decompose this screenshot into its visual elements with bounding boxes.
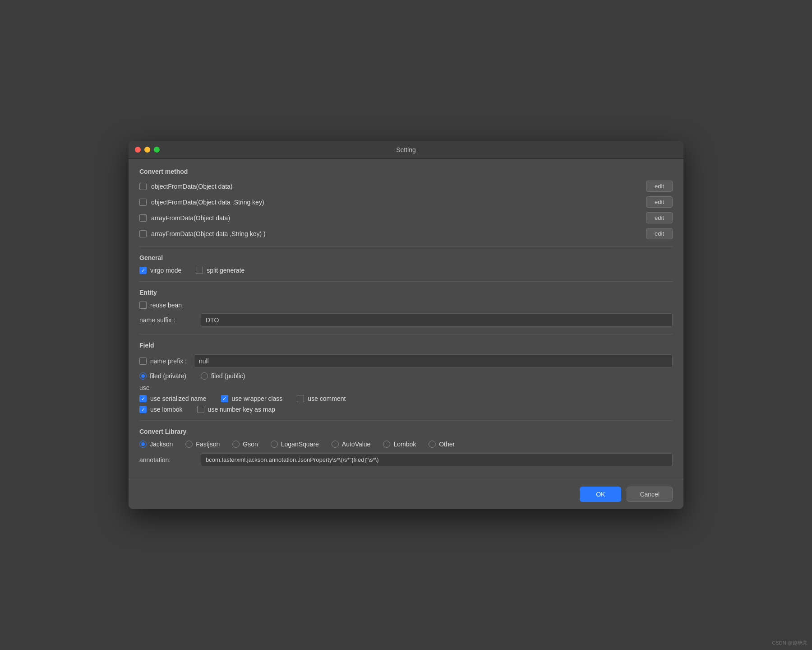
name-prefix-checkbox-label[interactable]: name prefix : (139, 358, 187, 365)
use-checkboxes-row2: use lombok use number key as map (139, 406, 673, 413)
virgo-mode-text: virgo mode (150, 267, 181, 274)
library-lombok-radio[interactable] (383, 441, 390, 448)
name-suffix-input[interactable] (201, 313, 673, 327)
filed-public-text: filed (public) (211, 372, 245, 380)
library-logansquare-label[interactable]: LoganSquare (271, 441, 319, 448)
library-jackson-radio[interactable] (139, 441, 147, 448)
library-autovalue-label[interactable]: AutoValue (332, 441, 371, 448)
method-row-3: arrayFromData(Object data ,String key) )… (139, 228, 673, 239)
traffic-lights (135, 147, 160, 153)
use-serialized-name-text: use serialized name (150, 395, 207, 402)
use-number-key-as-map-label[interactable]: use number key as map (197, 406, 275, 413)
name-prefix-label: name prefix : (150, 358, 187, 365)
minimize-button[interactable] (144, 147, 150, 153)
method-edit-btn-1[interactable]: edit (646, 196, 673, 208)
filed-public-radio[interactable] (201, 372, 208, 380)
annotation-input[interactable] (201, 453, 673, 466)
filed-private-label[interactable]: filed (private) (139, 372, 186, 380)
reuse-bean-label[interactable]: reuse bean (139, 302, 182, 309)
filed-private-text: filed (private) (150, 372, 186, 380)
use-label: use (139, 384, 673, 391)
field-type-row: filed (private) filed (public) (139, 372, 673, 380)
use-number-key-as-map-checkbox[interactable] (197, 406, 204, 413)
general-checkbox-row: virgo mode split generate (139, 267, 673, 274)
reuse-bean-text: reuse bean (150, 302, 182, 309)
split-generate-checkbox[interactable] (196, 267, 203, 274)
method-label-2: arrayFromData(Object data) (151, 214, 230, 222)
name-prefix-row: name prefix : (139, 354, 673, 368)
title-bar: Setting (129, 141, 683, 159)
ok-button[interactable]: OK (580, 487, 621, 502)
name-prefix-input[interactable] (194, 354, 673, 368)
divider-4 (139, 420, 673, 421)
method-checkbox-3[interactable] (139, 230, 147, 237)
cancel-button[interactable]: Cancel (627, 487, 673, 502)
filed-public-label[interactable]: filed (public) (201, 372, 245, 380)
method-label-1: objectFromData(Object data ,String key) (151, 199, 264, 206)
method-checkbox-2[interactable] (139, 214, 147, 222)
library-lombok-label[interactable]: Lombok (383, 441, 416, 448)
content-area: Convert method objectFromData(Object dat… (129, 159, 683, 475)
use-lombok-label[interactable]: use lombok (139, 406, 183, 413)
library-gson-radio[interactable] (232, 441, 240, 448)
close-button[interactable] (135, 147, 141, 153)
use-serialized-name-checkbox[interactable] (139, 395, 147, 402)
method-edit-btn-3[interactable]: edit (646, 228, 673, 239)
use-wrapper-class-text: use wrapper class (232, 395, 283, 402)
use-serialized-name-label[interactable]: use serialized name (139, 395, 207, 402)
method-checkbox-1[interactable] (139, 199, 147, 206)
convert-library-section: Convert Library Jackson Fastjson Gson Lo… (139, 428, 673, 466)
entity-section: Entity reuse bean name suffix : (139, 289, 673, 327)
reuse-bean-checkbox[interactable] (139, 302, 147, 309)
convert-library-title: Convert Library (139, 428, 673, 435)
library-other-label[interactable]: Other (429, 441, 455, 448)
use-number-key-as-map-text: use number key as map (208, 406, 275, 413)
annotation-label: annotation: (139, 456, 194, 464)
entity-reuse-row: reuse bean (139, 302, 673, 309)
entity-title: Entity (139, 289, 673, 296)
field-title: Field (139, 342, 673, 349)
library-logansquare-radio[interactable] (271, 441, 278, 448)
divider-1 (139, 246, 673, 247)
general-section: General virgo mode split generate (139, 254, 673, 274)
name-prefix-checkbox[interactable] (139, 358, 147, 365)
split-generate-text: split generate (207, 267, 245, 274)
maximize-button[interactable] (154, 147, 160, 153)
use-wrapper-class-checkbox[interactable] (221, 395, 228, 402)
virgo-mode-label[interactable]: virgo mode (139, 267, 181, 274)
library-radio-row: Jackson Fastjson Gson LoganSquare AutoVa… (139, 441, 673, 448)
filed-private-radio[interactable] (139, 372, 147, 380)
library-logansquare-text: LoganSquare (281, 441, 319, 448)
name-suffix-row: name suffix : (139, 313, 673, 327)
library-other-text: Other (439, 441, 455, 448)
use-comment-text: use comment (308, 395, 346, 402)
library-fastjson-label[interactable]: Fastjson (185, 441, 220, 448)
library-autovalue-text: AutoValue (342, 441, 371, 448)
use-comment-checkbox[interactable] (297, 395, 304, 402)
method-row-1: objectFromData(Object data ,String key) … (139, 196, 673, 208)
library-lombok-text: Lombok (393, 441, 416, 448)
method-label-3: arrayFromData(Object data ,String key) ) (151, 230, 266, 237)
library-fastjson-radio[interactable] (185, 441, 193, 448)
method-edit-btn-0[interactable]: edit (646, 181, 673, 192)
use-checkboxes-row1: use serialized name use wrapper class us… (139, 395, 673, 402)
method-label-0: objectFromData(Object data) (151, 183, 233, 190)
library-gson-text: Gson (243, 441, 258, 448)
use-wrapper-class-label[interactable]: use wrapper class (221, 395, 283, 402)
library-other-radio[interactable] (429, 441, 436, 448)
name-suffix-label: name suffix : (139, 316, 194, 324)
method-row-0: objectFromData(Object data) edit (139, 181, 673, 192)
use-comment-label[interactable]: use comment (297, 395, 346, 402)
method-edit-btn-2[interactable]: edit (646, 212, 673, 223)
use-lombok-checkbox[interactable] (139, 406, 147, 413)
settings-window: Setting Convert method objectFromData(Ob… (129, 141, 683, 509)
footer: OK Cancel (129, 479, 683, 509)
library-autovalue-radio[interactable] (332, 441, 339, 448)
split-generate-label[interactable]: split generate (196, 267, 245, 274)
library-gson-label[interactable]: Gson (232, 441, 258, 448)
method-checkbox-0[interactable] (139, 183, 147, 190)
virgo-mode-checkbox[interactable] (139, 267, 147, 274)
divider-3 (139, 334, 673, 334)
library-jackson-label[interactable]: Jackson (139, 441, 173, 448)
divider-2 (139, 281, 673, 282)
